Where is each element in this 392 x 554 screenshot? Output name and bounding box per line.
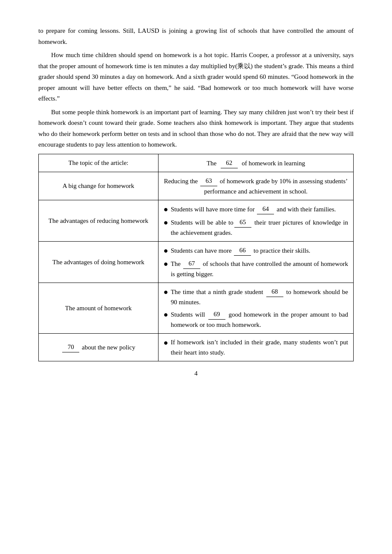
blank-69: 69 [208,309,225,320]
summary-table: The topic of the article: The 62 of home… [38,154,354,361]
table-cell-left-1: A big change for homework [39,172,159,200]
blank-68: 68 [266,286,283,297]
paragraph-1: to prepare for coming lessons. Still, LA… [38,26,354,47]
table-cell-left-2: The advantages of reducing homework [39,200,159,241]
blank-64: 64 [257,204,274,214]
blank-63: 63 [200,176,217,186]
table-row-1: A big change for homework Reducing the 6… [39,172,354,200]
page-number: 4 [38,370,354,377]
table-row-4: The amount of homework ● The time that a… [39,283,354,333]
blank-65: 65 [234,217,251,228]
table-cell-right-1: Reducing the 63 of homework grade by 10%… [158,172,353,200]
table-row-5: 70 about the new policy ● If homework is… [39,333,354,361]
blank-70: 70 [62,342,79,352]
table-cell-left-3: The advantages of doing homework [39,241,159,283]
list-item: ● The time that a ninth grade student 68… [164,286,348,307]
table-cell-right-5: ● If homework isn’t included in their gr… [158,333,353,361]
table-cell-left-4: The amount of homework [39,283,159,333]
list-item: ● Students will 69 good homework in the … [164,309,348,330]
paragraph-2: How much time children should spend on h… [38,50,354,104]
list-item: ● The 67 of schools that have controlled… [164,258,348,279]
table-cell-left-5: 70 about the new policy [39,333,159,361]
page: to prepare for coming lessons. Still, LA… [0,0,392,554]
table-cell-right-2: ● Students will have more time for 64 an… [158,200,353,241]
table-cell-right-4: ● The time that a ninth grade student 68… [158,283,353,333]
table-cell-right-3: ● Students can have more 66 to practice … [158,241,353,283]
table-header-left: The topic of the article: [39,154,159,172]
table-header-right: The 62 of homework in learning [158,154,353,172]
blank-66: 66 [234,245,251,256]
paragraph-3: But some people think homework is an imp… [38,107,354,150]
list-item: ● Students will be able to65 their truer… [164,217,348,238]
list-item: ● Students will have more time for 64 an… [164,204,348,215]
table-row-2: The advantages of reducing homework ● St… [39,200,354,241]
table-header-row: The topic of the article: The 62 of home… [39,154,354,172]
blank-62: 62 [221,158,238,168]
list-item: ● If homework isn’t included in their gr… [164,337,348,358]
table-row-3: The advantages of doing homework ● Stude… [39,241,354,283]
blank-67: 67 [183,258,200,269]
list-item: ● Students can have more 66 to practice … [164,245,348,257]
